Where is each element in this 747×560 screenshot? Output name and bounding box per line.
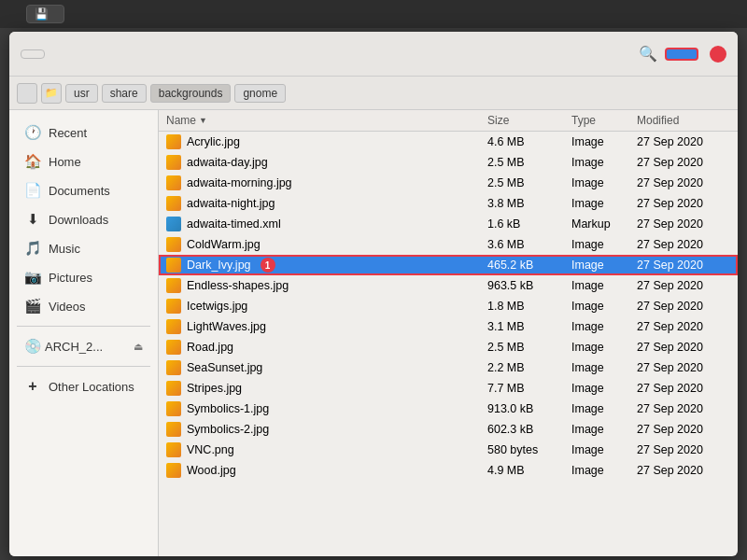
file-size: 465.2 kB: [487, 259, 571, 272]
file-type: Image: [571, 238, 637, 251]
file-name: adwaita-day.jpg: [187, 156, 268, 169]
sidebar-item-music[interactable]: 🎵 Music: [13, 234, 154, 262]
file-size: 963.5 kB: [487, 279, 571, 292]
cancel-button[interactable]: [21, 49, 45, 59]
recent-icon: 🕐: [24, 124, 41, 141]
annotation-1-badge: 1: [261, 258, 275, 273]
file-type-icon: [166, 258, 181, 273]
col-size-label: Size: [487, 114, 509, 127]
file-name-cell: Dark_Ivy.jpg 1: [166, 258, 487, 273]
file-name-cell: adwaita-morning.jpg: [166, 175, 487, 190]
home-icon: 🏠: [24, 153, 41, 170]
file-size: 1.8 MB: [487, 300, 571, 313]
table-row[interactable]: adwaita-morning.jpg 2.5 MB Image 27 Sep …: [159, 173, 738, 193]
table-row[interactable]: Icetwigs.jpg 1.8 MB Image 27 Sep 2020: [159, 296, 738, 316]
file-name: Icetwigs.jpg: [187, 300, 247, 313]
table-row[interactable]: Symbolics-1.jpg 913.0 kB Image 27 Sep 20…: [159, 399, 738, 419]
file-name: Acrylic.jpg: [187, 135, 240, 148]
sidebar-label-documents: Documents: [49, 184, 110, 198]
disk-icon: 💿: [24, 338, 41, 355]
file-name-cell: Road.jpg: [166, 340, 487, 355]
sidebar-label-music: Music: [49, 242, 80, 256]
col-header-type[interactable]: Type: [571, 114, 637, 127]
file-name-cell: SeaSunset.jpg: [166, 360, 487, 375]
breadcrumb-gnome[interactable]: gnome: [234, 84, 286, 103]
file-type: Markup: [571, 217, 637, 231]
file-type: Image: [571, 300, 637, 313]
file-name: VNC.png: [187, 443, 234, 456]
sort-icon: ▼: [199, 116, 207, 125]
open-button[interactable]: [665, 48, 698, 61]
table-row[interactable]: ColdWarm.jpg 3.6 MB Image 27 Sep 2020: [159, 234, 738, 255]
breadcrumb-backgrounds[interactable]: backgrounds: [150, 84, 232, 103]
folder-icon: 📁: [45, 87, 58, 99]
file-type-icon: [166, 155, 181, 170]
col-header-name[interactable]: Name ▼: [166, 114, 487, 127]
table-row[interactable]: Endless-shapes.jpg 963.5 kB Image 27 Sep…: [159, 275, 738, 296]
tweaks-button[interactable]: 💾: [26, 5, 64, 23]
sidebar-item-pictures[interactable]: 📷 Pictures: [13, 263, 154, 291]
table-row[interactable]: Road.jpg 2.5 MB Image 27 Sep 2020: [159, 337, 738, 357]
sidebar-item-arch[interactable]: 💿 ARCH_2... ⏏: [13, 332, 154, 360]
sidebar-item-documents[interactable]: 📄 Documents: [13, 176, 154, 204]
file-type-icon: [166, 134, 181, 149]
file-name-cell: Wood.jpg: [166, 463, 487, 478]
sidebar: 🕐 Recent 🏠 Home 📄 Documents ⬇ Downloads …: [9, 110, 159, 556]
file-modified: 27 Sep 2020: [637, 217, 730, 231]
sidebar-item-videos[interactable]: 🎬 Videos: [13, 292, 154, 320]
music-icon: 🎵: [24, 240, 41, 257]
file-list: Acrylic.jpg 4.6 MB Image 27 Sep 2020 adw…: [159, 132, 738, 556]
file-type: Image: [571, 382, 637, 395]
file-size: 3.1 MB: [487, 320, 571, 333]
eject-icon: ⏏: [134, 341, 143, 353]
file-area: Name ▼ Size Type Modified Acrylic.jpg 4.…: [159, 110, 738, 556]
nav-back-button[interactable]: [17, 83, 37, 104]
file-modified: 27 Sep 2020: [637, 176, 730, 189]
table-row[interactable]: Wood.jpg 4.9 MB Image 27 Sep 2020: [159, 460, 738, 481]
file-type: Image: [571, 197, 637, 210]
file-name-cell: Symbolics-1.jpg: [166, 401, 487, 416]
sidebar-label-pictures: Pictures: [49, 271, 92, 285]
file-name: Stripes.jpg: [187, 382, 242, 395]
file-modified: 27 Sep 2020: [637, 197, 730, 210]
file-name: Wood.jpg: [187, 464, 236, 477]
table-row[interactable]: adwaita-night.jpg 3.8 MB Image 27 Sep 20…: [159, 193, 738, 214]
breadcrumb-share[interactable]: share: [102, 84, 147, 103]
annotation-2-badge: [710, 46, 726, 63]
sidebar-item-recent[interactable]: 🕐 Recent: [13, 119, 154, 147]
file-type: Image: [571, 464, 637, 477]
file-size: 2.5 MB: [487, 176, 571, 189]
folder-button[interactable]: 📁: [41, 83, 62, 104]
sidebar-label-recent: Recent: [49, 126, 87, 140]
file-size: 2.5 MB: [487, 156, 571, 169]
table-row[interactable]: Dark_Ivy.jpg 1 465.2 kB Image 27 Sep 202…: [159, 255, 738, 275]
file-size: 4.6 MB: [487, 135, 571, 148]
table-row[interactable]: VNC.png 580 bytes Image 27 Sep 2020: [159, 440, 738, 460]
table-row[interactable]: adwaita-day.jpg 2.5 MB Image 27 Sep 2020: [159, 152, 738, 173]
file-modified: 27 Sep 2020: [637, 464, 730, 477]
sidebar-item-home[interactable]: 🏠 Home: [13, 147, 154, 175]
table-row[interactable]: Acrylic.jpg 4.6 MB Image 27 Sep 2020: [159, 132, 738, 152]
file-type: Image: [571, 443, 637, 456]
sidebar-item-downloads[interactable]: ⬇ Downloads: [13, 205, 154, 233]
file-name: Symbolics-1.jpg: [187, 402, 269, 415]
file-type: Image: [571, 341, 637, 354]
table-row[interactable]: Symbolics-2.jpg 602.3 kB Image 27 Sep 20…: [159, 419, 738, 440]
col-type-label: Type: [571, 114, 596, 127]
sidebar-item-other-locations[interactable]: + Other Locations: [13, 372, 154, 400]
file-list-header: Name ▼ Size Type Modified: [159, 110, 738, 132]
file-name-cell: VNC.png: [166, 442, 487, 457]
col-header-modified[interactable]: Modified: [637, 114, 730, 127]
breadcrumb-usr[interactable]: usr: [65, 84, 98, 103]
table-row[interactable]: LightWaves.jpg 3.1 MB Image 27 Sep 2020: [159, 316, 738, 337]
file-type-icon: [166, 299, 181, 314]
file-name: adwaita-night.jpg: [187, 197, 275, 210]
file-type-icon: [166, 196, 181, 211]
activities-button[interactable]: [7, 12, 19, 16]
table-row[interactable]: SeaSunset.jpg 2.2 MB Image 27 Sep 2020: [159, 357, 738, 378]
search-button[interactable]: 🔍: [639, 45, 657, 63]
col-header-size[interactable]: Size: [487, 114, 571, 127]
file-type-icon: [166, 442, 181, 457]
table-row[interactable]: adwaita-timed.xml 1.6 kB Markup 27 Sep 2…: [159, 214, 738, 234]
table-row[interactable]: Stripes.jpg 7.7 MB Image 27 Sep 2020: [159, 378, 738, 399]
